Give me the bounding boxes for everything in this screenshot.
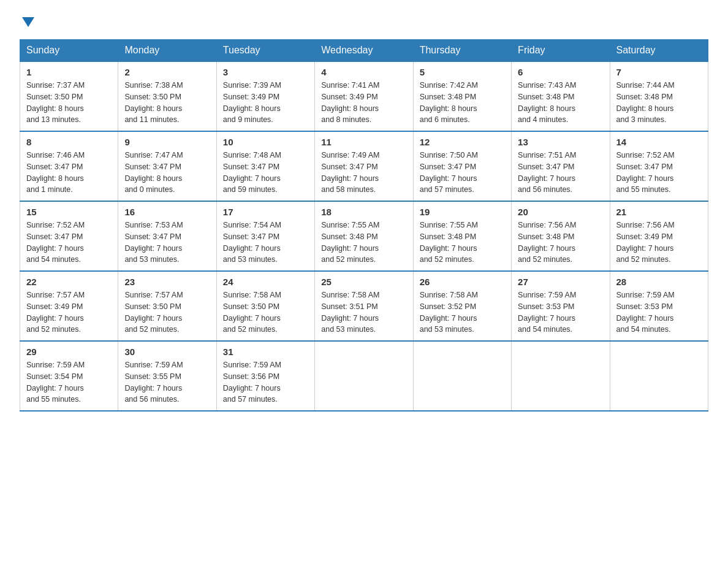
day-number: 22 [26,277,112,287]
day-number: 17 [223,207,308,217]
calendar-cell: 27 Sunrise: 7:59 AMSunset: 3:53 PMDaylig… [512,271,610,341]
day-info: Sunrise: 7:39 AMSunset: 3:49 PMDaylight:… [223,81,281,124]
col-header-sunday: Sunday [20,40,118,62]
day-number: 13 [518,137,603,147]
day-number: 12 [420,137,505,147]
day-info: Sunrise: 7:53 AMSunset: 3:47 PMDaylight:… [124,221,183,264]
day-info: Sunrise: 7:37 AMSunset: 3:50 PMDaylight:… [26,81,85,124]
day-number: 18 [321,207,406,217]
day-number: 24 [223,277,308,287]
col-header-saturday: Saturday [610,40,708,62]
calendar-week-row: 1 Sunrise: 7:37 AMSunset: 3:50 PMDayligh… [20,61,708,131]
calendar-cell [315,341,413,411]
day-info: Sunrise: 7:58 AMSunset: 3:50 PMDaylight:… [223,291,281,334]
calendar-cell: 23 Sunrise: 7:57 AMSunset: 3:50 PMDaylig… [118,271,216,341]
day-number: 20 [518,207,603,217]
day-info: Sunrise: 7:56 AMSunset: 3:49 PMDaylight:… [616,221,675,264]
day-number: 31 [223,347,308,357]
calendar-cell: 8 Sunrise: 7:46 AMSunset: 3:47 PMDayligh… [20,131,118,201]
day-number: 16 [124,207,210,217]
day-number: 6 [518,67,603,77]
day-info: Sunrise: 7:54 AMSunset: 3:47 PMDaylight:… [223,221,281,264]
calendar-cell: 12 Sunrise: 7:50 AMSunset: 3:47 PMDaylig… [413,131,511,201]
calendar-cell: 28 Sunrise: 7:59 AMSunset: 3:53 PMDaylig… [610,271,708,341]
day-number: 10 [223,137,308,147]
calendar-cell: 29 Sunrise: 7:59 AMSunset: 3:54 PMDaylig… [20,341,118,411]
day-info: Sunrise: 7:59 AMSunset: 3:54 PMDaylight:… [26,361,85,404]
day-info: Sunrise: 7:49 AMSunset: 3:47 PMDaylight:… [321,151,379,194]
day-number: 15 [26,207,112,217]
calendar-cell: 17 Sunrise: 7:54 AMSunset: 3:47 PMDaylig… [216,201,314,271]
calendar-cell: 26 Sunrise: 7:58 AMSunset: 3:52 PMDaylig… [413,271,511,341]
day-info: Sunrise: 7:58 AMSunset: 3:52 PMDaylight:… [420,291,478,334]
calendar-cell: 4 Sunrise: 7:41 AMSunset: 3:49 PMDayligh… [315,61,413,131]
day-number: 1 [26,67,112,77]
col-header-monday: Monday [118,40,216,62]
col-header-tuesday: Tuesday [216,40,314,62]
col-header-friday: Friday [512,40,610,62]
day-info: Sunrise: 7:51 AMSunset: 3:47 PMDaylight:… [518,151,576,194]
calendar-cell: 21 Sunrise: 7:56 AMSunset: 3:49 PMDaylig… [610,201,708,271]
calendar-cell: 2 Sunrise: 7:38 AMSunset: 3:50 PMDayligh… [118,61,216,131]
calendar-header-row: SundayMondayTuesdayWednesdayThursdayFrid… [20,40,708,62]
col-header-thursday: Thursday [413,40,511,62]
day-number: 19 [420,207,505,217]
calendar-cell: 31 Sunrise: 7:59 AMSunset: 3:56 PMDaylig… [216,341,314,411]
day-number: 5 [420,67,505,77]
calendar-cell: 13 Sunrise: 7:51 AMSunset: 3:47 PMDaylig… [512,131,610,201]
calendar-cell: 24 Sunrise: 7:58 AMSunset: 3:50 PMDaylig… [216,271,314,341]
day-info: Sunrise: 7:41 AMSunset: 3:49 PMDaylight:… [321,81,379,124]
logo [20,15,34,27]
calendar-cell [610,341,708,411]
calendar-week-row: 29 Sunrise: 7:59 AMSunset: 3:54 PMDaylig… [20,341,708,411]
day-info: Sunrise: 7:57 AMSunset: 3:49 PMDaylight:… [26,291,85,334]
day-info: Sunrise: 7:44 AMSunset: 3:48 PMDaylight:… [616,81,675,124]
calendar-cell: 10 Sunrise: 7:48 AMSunset: 3:47 PMDaylig… [216,131,314,201]
day-number: 11 [321,137,406,147]
calendar-cell: 22 Sunrise: 7:57 AMSunset: 3:49 PMDaylig… [20,271,118,341]
day-number: 23 [124,277,210,287]
day-number: 3 [223,67,308,77]
day-info: Sunrise: 7:52 AMSunset: 3:47 PMDaylight:… [26,221,85,264]
day-info: Sunrise: 7:59 AMSunset: 3:53 PMDaylight:… [518,291,576,334]
calendar-cell: 6 Sunrise: 7:43 AMSunset: 3:48 PMDayligh… [512,61,610,131]
page-header [20,15,708,27]
day-info: Sunrise: 7:42 AMSunset: 3:48 PMDaylight:… [420,81,478,124]
day-info: Sunrise: 7:50 AMSunset: 3:47 PMDaylight:… [420,151,478,194]
day-info: Sunrise: 7:47 AMSunset: 3:47 PMDaylight:… [124,151,183,194]
calendar-cell: 18 Sunrise: 7:55 AMSunset: 3:48 PMDaylig… [315,201,413,271]
day-number: 9 [124,137,210,147]
day-info: Sunrise: 7:55 AMSunset: 3:48 PMDaylight:… [321,221,379,264]
day-number: 2 [124,67,210,77]
day-info: Sunrise: 7:46 AMSunset: 3:47 PMDaylight:… [26,151,85,194]
calendar-cell: 11 Sunrise: 7:49 AMSunset: 3:47 PMDaylig… [315,131,413,201]
calendar-cell: 14 Sunrise: 7:52 AMSunset: 3:47 PMDaylig… [610,131,708,201]
day-info: Sunrise: 7:58 AMSunset: 3:51 PMDaylight:… [321,291,379,334]
calendar-cell: 15 Sunrise: 7:52 AMSunset: 3:47 PMDaylig… [20,201,118,271]
calendar-week-row: 15 Sunrise: 7:52 AMSunset: 3:47 PMDaylig… [20,201,708,271]
calendar-week-row: 8 Sunrise: 7:46 AMSunset: 3:47 PMDayligh… [20,131,708,201]
calendar-cell: 1 Sunrise: 7:37 AMSunset: 3:50 PMDayligh… [20,61,118,131]
day-info: Sunrise: 7:38 AMSunset: 3:50 PMDaylight:… [124,81,183,124]
calendar-cell: 25 Sunrise: 7:58 AMSunset: 3:51 PMDaylig… [315,271,413,341]
calendar-cell [413,341,511,411]
day-number: 30 [124,347,210,357]
day-number: 7 [616,67,702,77]
day-info: Sunrise: 7:57 AMSunset: 3:50 PMDaylight:… [124,291,183,334]
calendar-cell: 7 Sunrise: 7:44 AMSunset: 3:48 PMDayligh… [610,61,708,131]
day-number: 27 [518,277,603,287]
calendar-cell: 20 Sunrise: 7:56 AMSunset: 3:48 PMDaylig… [512,201,610,271]
col-header-wednesday: Wednesday [315,40,413,62]
calendar-cell: 3 Sunrise: 7:39 AMSunset: 3:49 PMDayligh… [216,61,314,131]
day-number: 28 [616,277,702,287]
calendar-cell: 9 Sunrise: 7:47 AMSunset: 3:47 PMDayligh… [118,131,216,201]
calendar-cell [512,341,610,411]
day-info: Sunrise: 7:48 AMSunset: 3:47 PMDaylight:… [223,151,281,194]
calendar-week-row: 22 Sunrise: 7:57 AMSunset: 3:49 PMDaylig… [20,271,708,341]
calendar-cell: 16 Sunrise: 7:53 AMSunset: 3:47 PMDaylig… [118,201,216,271]
day-info: Sunrise: 7:55 AMSunset: 3:48 PMDaylight:… [420,221,478,264]
calendar-table: SundayMondayTuesdayWednesdayThursdayFrid… [20,39,708,412]
day-number: 14 [616,137,702,147]
day-info: Sunrise: 7:52 AMSunset: 3:47 PMDaylight:… [616,151,675,194]
calendar-cell: 5 Sunrise: 7:42 AMSunset: 3:48 PMDayligh… [413,61,511,131]
